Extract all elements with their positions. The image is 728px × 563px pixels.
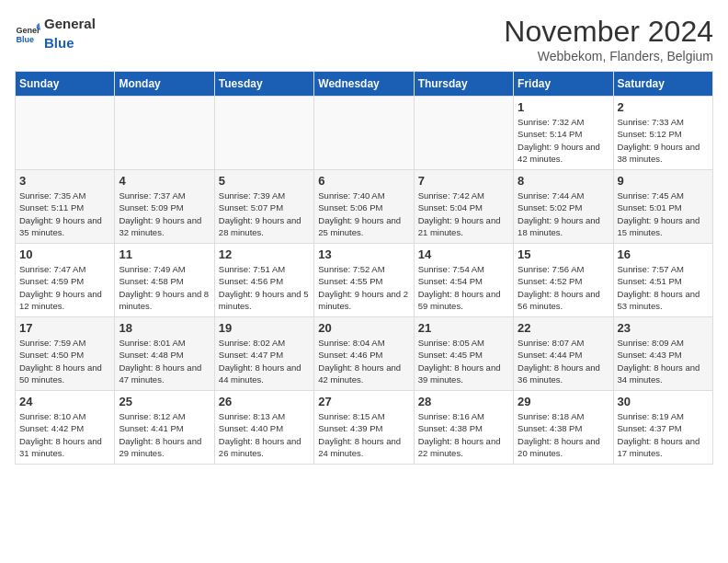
day-info: Sunrise: 8:01 AM Sunset: 4:48 PM Dayligh… [119, 337, 210, 385]
day-number: 30 [618, 395, 709, 408]
calendar-cell: 25Sunrise: 8:12 AM Sunset: 4:41 PM Dayli… [115, 391, 214, 465]
calendar-cell: 3Sunrise: 7:35 AM Sunset: 5:11 PM Daylig… [16, 170, 115, 244]
day-info: Sunrise: 8:13 AM Sunset: 4:40 PM Dayligh… [219, 410, 310, 459]
location: Webbekom, Flanders, Belgium [504, 49, 713, 63]
calendar-cell: 28Sunrise: 8:16 AM Sunset: 4:38 PM Dayli… [414, 391, 513, 465]
logo-text: General Blue [44, 15, 96, 52]
day-info: Sunrise: 7:42 AM Sunset: 5:04 PM Dayligh… [418, 190, 509, 238]
calendar-week-0: 1Sunrise: 7:32 AM Sunset: 5:14 PM Daylig… [16, 97, 713, 170]
calendar-cell: 16Sunrise: 7:57 AM Sunset: 4:51 PM Dayli… [613, 244, 712, 317]
calendar-cell: 13Sunrise: 7:52 AM Sunset: 4:55 PM Dayli… [314, 244, 414, 317]
calendar-cell: 20Sunrise: 8:04 AM Sunset: 4:46 PM Dayli… [314, 317, 414, 391]
day-info: Sunrise: 7:35 AM Sunset: 5:11 PM Dayligh… [19, 190, 110, 238]
calendar-week-3: 17Sunrise: 7:59 AM Sunset: 4:50 PM Dayli… [16, 317, 713, 391]
day-info: Sunrise: 8:02 AM Sunset: 4:47 PM Dayligh… [219, 337, 310, 385]
day-info: Sunrise: 7:54 AM Sunset: 4:54 PM Dayligh… [418, 263, 509, 312]
calendar-week-4: 24Sunrise: 8:10 AM Sunset: 4:42 PM Dayli… [16, 391, 713, 465]
calendar-cell: 15Sunrise: 7:56 AM Sunset: 4:52 PM Dayli… [514, 244, 613, 317]
day-number: 5 [219, 174, 310, 188]
calendar-cell [115, 97, 214, 170]
day-info: Sunrise: 7:49 AM Sunset: 4:58 PM Dayligh… [119, 263, 210, 312]
day-number: 26 [219, 395, 310, 408]
day-number: 17 [19, 321, 110, 335]
calendar-cell: 9Sunrise: 7:45 AM Sunset: 5:01 PM Daylig… [613, 170, 712, 244]
calendar-header: SundayMondayTuesdayWednesdayThursdayFrid… [16, 72, 713, 97]
month-title: November 2024 [504, 15, 713, 49]
title-area: November 2024 Webbekom, Flanders, Belgiu… [504, 15, 713, 63]
calendar-cell [16, 97, 115, 170]
calendar-week-1: 3Sunrise: 7:35 AM Sunset: 5:11 PM Daylig… [16, 170, 713, 244]
calendar-cell: 29Sunrise: 8:18 AM Sunset: 4:38 PM Dayli… [514, 391, 613, 465]
calendar-cell: 11Sunrise: 7:49 AM Sunset: 4:58 PM Dayli… [115, 244, 214, 317]
logo-general-text: General [44, 15, 96, 33]
day-info: Sunrise: 8:18 AM Sunset: 4:38 PM Dayligh… [518, 410, 609, 459]
header-cell-thursday: Thursday [414, 72, 513, 97]
calendar-cell: 17Sunrise: 7:59 AM Sunset: 4:50 PM Dayli… [16, 317, 115, 391]
day-info: Sunrise: 8:04 AM Sunset: 4:46 PM Dayligh… [318, 337, 409, 385]
day-number: 7 [418, 174, 509, 188]
day-info: Sunrise: 7:39 AM Sunset: 5:07 PM Dayligh… [219, 190, 310, 238]
calendar-cell: 6Sunrise: 7:40 AM Sunset: 5:06 PM Daylig… [314, 170, 414, 244]
calendar-table: SundayMondayTuesdayWednesdayThursdayFrid… [15, 71, 713, 465]
day-number: 9 [618, 174, 709, 188]
day-info: Sunrise: 7:33 AM Sunset: 5:12 PM Dayligh… [618, 116, 709, 165]
day-number: 10 [19, 247, 110, 261]
day-info: Sunrise: 7:59 AM Sunset: 4:50 PM Dayligh… [19, 337, 110, 385]
calendar-cell: 10Sunrise: 7:47 AM Sunset: 4:59 PM Dayli… [16, 244, 115, 317]
calendar-cell: 12Sunrise: 7:51 AM Sunset: 4:56 PM Dayli… [214, 244, 313, 317]
day-info: Sunrise: 8:09 AM Sunset: 4:43 PM Dayligh… [618, 337, 709, 385]
day-number: 23 [618, 321, 709, 335]
day-info: Sunrise: 8:12 AM Sunset: 4:41 PM Dayligh… [119, 410, 210, 459]
calendar-cell: 30Sunrise: 8:19 AM Sunset: 4:37 PM Dayli… [613, 391, 712, 465]
calendar-cell: 23Sunrise: 8:09 AM Sunset: 4:43 PM Dayli… [613, 317, 712, 391]
day-number: 8 [518, 174, 609, 188]
day-info: Sunrise: 7:56 AM Sunset: 4:52 PM Dayligh… [518, 263, 609, 312]
day-number: 15 [518, 247, 609, 261]
calendar-cell: 8Sunrise: 7:44 AM Sunset: 5:02 PM Daylig… [514, 170, 613, 244]
calendar-cell: 24Sunrise: 8:10 AM Sunset: 4:42 PM Dayli… [16, 391, 115, 465]
day-info: Sunrise: 7:52 AM Sunset: 4:55 PM Dayligh… [318, 263, 409, 312]
day-number: 27 [318, 395, 409, 408]
svg-text:Blue: Blue [16, 35, 34, 44]
day-info: Sunrise: 7:51 AM Sunset: 4:56 PM Dayligh… [219, 263, 310, 312]
day-info: Sunrise: 7:44 AM Sunset: 5:02 PM Dayligh… [518, 190, 609, 238]
logo: General Blue General Blue [15, 15, 96, 52]
day-info: Sunrise: 8:05 AM Sunset: 4:45 PM Dayligh… [418, 337, 509, 385]
calendar-cell [414, 97, 513, 170]
calendar-cell: 18Sunrise: 8:01 AM Sunset: 4:48 PM Dayli… [115, 317, 214, 391]
day-info: Sunrise: 8:16 AM Sunset: 4:38 PM Dayligh… [418, 410, 509, 459]
calendar-cell: 27Sunrise: 8:15 AM Sunset: 4:39 PM Dayli… [314, 391, 414, 465]
day-number: 19 [219, 321, 310, 335]
logo-blue-text: Blue [44, 33, 96, 52]
day-number: 16 [618, 247, 709, 261]
day-number: 13 [318, 247, 409, 261]
calendar-cell: 7Sunrise: 7:42 AM Sunset: 5:04 PM Daylig… [414, 170, 513, 244]
calendar-body: 1Sunrise: 7:32 AM Sunset: 5:14 PM Daylig… [16, 97, 713, 465]
day-number: 18 [119, 321, 210, 335]
calendar-cell: 19Sunrise: 8:02 AM Sunset: 4:47 PM Dayli… [214, 317, 313, 391]
header-row: SundayMondayTuesdayWednesdayThursdayFrid… [16, 72, 713, 97]
day-number: 11 [119, 247, 210, 261]
day-number: 3 [19, 174, 110, 188]
day-number: 22 [518, 321, 609, 335]
page-header: General Blue General Blue November 2024 … [15, 15, 713, 63]
logo-icon: General Blue [15, 20, 40, 46]
calendar-cell: 4Sunrise: 7:37 AM Sunset: 5:09 PM Daylig… [115, 170, 214, 244]
calendar-cell: 2Sunrise: 7:33 AM Sunset: 5:12 PM Daylig… [613, 97, 712, 170]
day-number: 28 [418, 395, 509, 408]
header-cell-tuesday: Tuesday [214, 72, 313, 97]
calendar-cell: 1Sunrise: 7:32 AM Sunset: 5:14 PM Daylig… [514, 97, 613, 170]
day-info: Sunrise: 8:19 AM Sunset: 4:37 PM Dayligh… [618, 410, 709, 459]
day-number: 21 [418, 321, 509, 335]
calendar-week-2: 10Sunrise: 7:47 AM Sunset: 4:59 PM Dayli… [16, 244, 713, 317]
day-info: Sunrise: 7:45 AM Sunset: 5:01 PM Dayligh… [618, 190, 709, 238]
day-number: 20 [318, 321, 409, 335]
header-cell-wednesday: Wednesday [314, 72, 414, 97]
calendar-cell [214, 97, 313, 170]
calendar-cell: 22Sunrise: 8:07 AM Sunset: 4:44 PM Dayli… [514, 317, 613, 391]
calendar-cell: 14Sunrise: 7:54 AM Sunset: 4:54 PM Dayli… [414, 244, 513, 317]
calendar-cell: 26Sunrise: 8:13 AM Sunset: 4:40 PM Dayli… [214, 391, 313, 465]
day-info: Sunrise: 7:40 AM Sunset: 5:06 PM Dayligh… [318, 190, 409, 238]
header-cell-saturday: Saturday [613, 72, 712, 97]
day-info: Sunrise: 8:15 AM Sunset: 4:39 PM Dayligh… [318, 410, 409, 459]
